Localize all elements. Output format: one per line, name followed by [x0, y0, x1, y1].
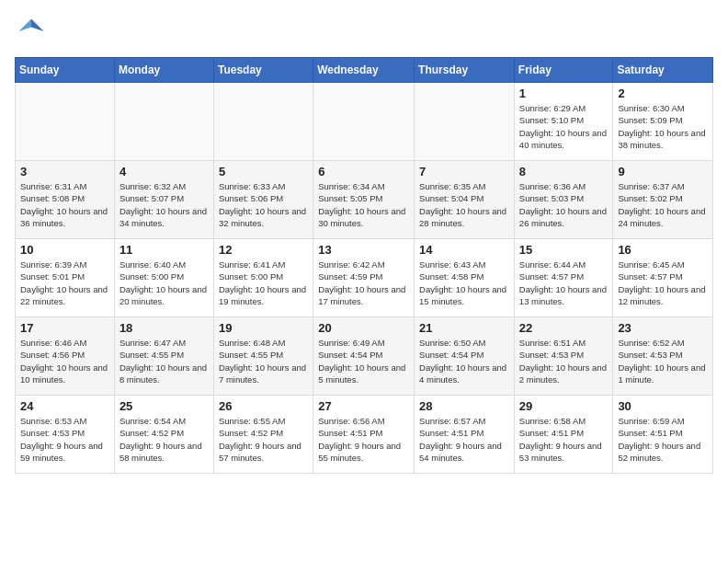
calendar-cell: 9Sunrise: 6:37 AM Sunset: 5:02 PM Daylig… — [613, 161, 713, 239]
day-number: 29 — [519, 399, 609, 413]
calendar-cell — [313, 83, 415, 161]
day-info: Sunrise: 6:29 AM Sunset: 5:10 PM Dayligh… — [519, 102, 609, 151]
day-info: Sunrise: 6:55 AM Sunset: 4:52 PM Dayligh… — [219, 415, 308, 464]
calendar-cell: 4Sunrise: 6:32 AM Sunset: 5:07 PM Daylig… — [114, 161, 213, 239]
calendar-cell: 17Sunrise: 6:46 AM Sunset: 4:56 PM Dayli… — [16, 317, 115, 396]
day-number: 5 — [219, 165, 308, 178]
day-info: Sunrise: 6:30 AM Sunset: 5:09 PM Dayligh… — [618, 102, 708, 151]
calendar-cell: 15Sunrise: 6:44 AM Sunset: 4:57 PM Dayli… — [514, 239, 613, 317]
day-number: 30 — [618, 399, 708, 413]
calendar-cell: 24Sunrise: 6:53 AM Sunset: 4:53 PM Dayli… — [16, 396, 115, 474]
day-number: 18 — [119, 321, 209, 335]
day-info: Sunrise: 6:39 AM Sunset: 5:01 PM Dayligh… — [20, 259, 109, 307]
weekday-header: Wednesday — [313, 58, 415, 83]
day-info: Sunrise: 6:32 AM Sunset: 5:07 PM Dayligh… — [119, 180, 209, 229]
calendar-cell: 16Sunrise: 6:45 AM Sunset: 4:57 PM Dayli… — [613, 239, 713, 317]
day-info: Sunrise: 6:37 AM Sunset: 5:02 PM Dayligh… — [618, 180, 708, 229]
day-info: Sunrise: 6:51 AM Sunset: 4:53 PM Dayligh… — [519, 337, 609, 385]
header — [15, 15, 713, 48]
calendar-cell: 2Sunrise: 6:30 AM Sunset: 5:09 PM Daylig… — [613, 83, 713, 161]
calendar-cell — [415, 83, 515, 161]
day-info: Sunrise: 6:52 AM Sunset: 4:53 PM Dayligh… — [618, 337, 708, 385]
day-number: 26 — [219, 399, 308, 413]
calendar-week-row: 10Sunrise: 6:39 AM Sunset: 5:01 PM Dayli… — [16, 239, 713, 317]
day-number: 12 — [219, 243, 308, 257]
day-info: Sunrise: 6:34 AM Sunset: 5:05 PM Dayligh… — [318, 180, 409, 229]
calendar-cell: 25Sunrise: 6:54 AM Sunset: 4:52 PM Dayli… — [114, 396, 213, 474]
day-number: 6 — [318, 165, 409, 178]
day-number: 4 — [119, 165, 209, 178]
day-number: 17 — [20, 321, 109, 335]
calendar-cell — [213, 83, 313, 161]
calendar-cell: 28Sunrise: 6:57 AM Sunset: 4:51 PM Dayli… — [415, 396, 515, 474]
weekday-header: Thursday — [415, 58, 515, 83]
day-number: 10 — [20, 243, 109, 257]
day-number: 15 — [519, 243, 609, 257]
day-number: 13 — [318, 243, 409, 257]
weekday-header: Tuesday — [213, 58, 313, 83]
day-info: Sunrise: 6:46 AM Sunset: 4:56 PM Dayligh… — [20, 337, 109, 385]
day-info: Sunrise: 6:41 AM Sunset: 5:00 PM Dayligh… — [219, 259, 308, 307]
weekday-header: Friday — [514, 58, 613, 83]
day-info: Sunrise: 6:31 AM Sunset: 5:08 PM Dayligh… — [20, 180, 109, 229]
calendar-cell: 6Sunrise: 6:34 AM Sunset: 5:05 PM Daylig… — [313, 161, 415, 239]
day-number: 27 — [318, 399, 409, 413]
calendar-cell: 12Sunrise: 6:41 AM Sunset: 5:00 PM Dayli… — [213, 239, 313, 317]
day-number: 21 — [419, 321, 509, 335]
day-number: 20 — [318, 321, 409, 335]
day-info: Sunrise: 6:35 AM Sunset: 5:04 PM Dayligh… — [419, 180, 509, 229]
calendar-header-row: SundayMondayTuesdayWednesdayThursdayFrid… — [16, 58, 713, 83]
calendar-cell: 11Sunrise: 6:40 AM Sunset: 5:00 PM Dayli… — [114, 239, 213, 317]
logo — [15, 15, 53, 48]
day-number: 19 — [219, 321, 308, 335]
weekday-header: Sunday — [16, 58, 115, 83]
day-number: 25 — [119, 399, 209, 413]
svg-marker-1 — [19, 19, 32, 32]
day-number: 16 — [618, 243, 708, 257]
day-info: Sunrise: 6:47 AM Sunset: 4:55 PM Dayligh… — [119, 337, 209, 385]
calendar-cell: 1Sunrise: 6:29 AM Sunset: 5:10 PM Daylig… — [514, 83, 613, 161]
day-number: 1 — [519, 86, 609, 100]
calendar-cell: 29Sunrise: 6:58 AM Sunset: 4:51 PM Dayli… — [514, 396, 613, 474]
day-info: Sunrise: 6:54 AM Sunset: 4:52 PM Dayligh… — [119, 415, 209, 464]
weekday-header: Saturday — [613, 58, 713, 83]
calendar-cell: 10Sunrise: 6:39 AM Sunset: 5:01 PM Dayli… — [16, 239, 115, 317]
calendar-week-row: 17Sunrise: 6:46 AM Sunset: 4:56 PM Dayli… — [16, 317, 713, 396]
calendar-cell: 30Sunrise: 6:59 AM Sunset: 4:51 PM Dayli… — [613, 396, 713, 474]
calendar-cell — [114, 83, 213, 161]
calendar-week-row: 24Sunrise: 6:53 AM Sunset: 4:53 PM Dayli… — [16, 396, 713, 474]
calendar-cell: 5Sunrise: 6:33 AM Sunset: 5:06 PM Daylig… — [213, 161, 313, 239]
day-number: 9 — [618, 165, 708, 178]
day-number: 11 — [119, 243, 209, 257]
day-number: 2 — [618, 86, 708, 100]
day-number: 7 — [419, 165, 509, 178]
calendar: SundayMondayTuesdayWednesdayThursdayFrid… — [15, 57, 713, 474]
calendar-cell: 20Sunrise: 6:49 AM Sunset: 4:54 PM Dayli… — [313, 317, 415, 396]
day-number: 3 — [20, 165, 109, 178]
day-info: Sunrise: 6:50 AM Sunset: 4:54 PM Dayligh… — [419, 337, 509, 385]
day-info: Sunrise: 6:48 AM Sunset: 4:55 PM Dayligh… — [219, 337, 308, 385]
day-info: Sunrise: 6:33 AM Sunset: 5:06 PM Dayligh… — [219, 180, 308, 229]
calendar-cell: 14Sunrise: 6:43 AM Sunset: 4:58 PM Dayli… — [415, 239, 515, 317]
day-info: Sunrise: 6:53 AM Sunset: 4:53 PM Dayligh… — [20, 415, 109, 464]
day-number: 22 — [519, 321, 609, 335]
calendar-cell: 23Sunrise: 6:52 AM Sunset: 4:53 PM Dayli… — [613, 317, 713, 396]
svg-marker-0 — [31, 19, 44, 32]
calendar-cell: 19Sunrise: 6:48 AM Sunset: 4:55 PM Dayli… — [213, 317, 313, 396]
day-info: Sunrise: 6:56 AM Sunset: 4:51 PM Dayligh… — [318, 415, 409, 464]
calendar-week-row: 3Sunrise: 6:31 AM Sunset: 5:08 PM Daylig… — [16, 161, 713, 239]
day-info: Sunrise: 6:49 AM Sunset: 4:54 PM Dayligh… — [318, 337, 409, 385]
calendar-cell — [16, 83, 115, 161]
day-info: Sunrise: 6:58 AM Sunset: 4:51 PM Dayligh… — [519, 415, 609, 464]
day-number: 23 — [618, 321, 708, 335]
day-info: Sunrise: 6:42 AM Sunset: 4:59 PM Dayligh… — [318, 259, 409, 307]
weekday-header: Monday — [114, 58, 213, 83]
calendar-cell: 26Sunrise: 6:55 AM Sunset: 4:52 PM Dayli… — [213, 396, 313, 474]
day-info: Sunrise: 6:57 AM Sunset: 4:51 PM Dayligh… — [419, 415, 509, 464]
day-number: 14 — [419, 243, 509, 257]
day-info: Sunrise: 6:59 AM Sunset: 4:51 PM Dayligh… — [618, 415, 708, 464]
calendar-cell: 3Sunrise: 6:31 AM Sunset: 5:08 PM Daylig… — [16, 161, 115, 239]
day-info: Sunrise: 6:44 AM Sunset: 4:57 PM Dayligh… — [519, 259, 609, 307]
calendar-cell: 22Sunrise: 6:51 AM Sunset: 4:53 PM Dayli… — [514, 317, 613, 396]
day-info: Sunrise: 6:45 AM Sunset: 4:57 PM Dayligh… — [618, 259, 708, 307]
